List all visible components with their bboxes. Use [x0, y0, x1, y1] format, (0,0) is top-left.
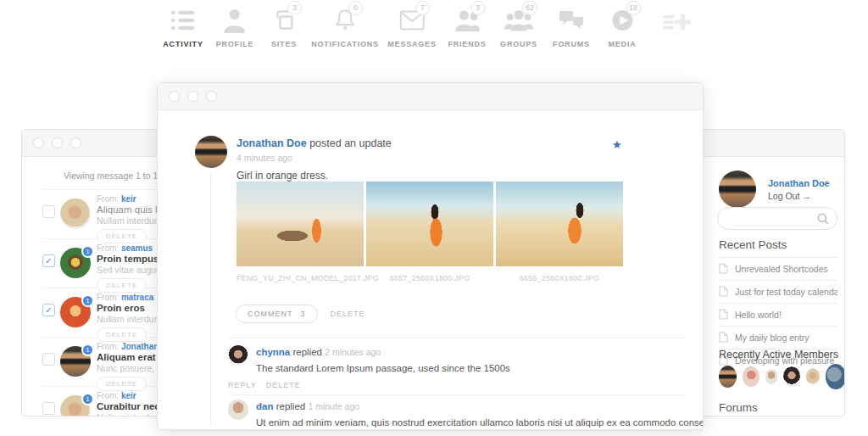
post-author-link[interactable]: Jonathan Doe [236, 137, 307, 149]
avatar[interactable]: 1 [60, 297, 91, 327]
nav-label: FORUMS [553, 40, 590, 48]
comment-author-link[interactable]: dan [256, 401, 273, 411]
attachment-photo[interactable] [366, 182, 493, 266]
nav-label: ACTIVITY [163, 40, 203, 48]
avatar[interactable]: 1 [60, 346, 91, 377]
media-badge: 18 [626, 1, 641, 15]
nav-item-add-new[interactable] [663, 8, 693, 36]
avatar[interactable]: 1 [60, 248, 91, 278]
post-timestamp: 4 minutes ago [236, 153, 292, 163]
profile-icon [224, 8, 246, 33]
nav-label: SITES [271, 40, 297, 48]
window-maximize-button[interactable] [206, 91, 217, 102]
comment-text: The standard Lorem Ipsum passage, used s… [256, 363, 510, 373]
message-checkbox[interactable] [42, 205, 55, 218]
avatar[interactable] [765, 369, 778, 384]
forums-icon [559, 8, 584, 32]
nav-item-messages[interactable]: 7 MESSAGES [387, 6, 436, 48]
reply-button[interactable]: REPLY [228, 381, 257, 389]
check-icon: ✓ [45, 256, 52, 266]
comment-delete-button[interactable]: DELETE [266, 381, 301, 389]
avatar[interactable] [743, 366, 759, 387]
divider [228, 394, 684, 395]
message-checkbox[interactable]: ✓ [42, 304, 55, 316]
comment-timestamp: 1 minute ago [308, 401, 359, 411]
favorite-star-icon[interactable]: ★ [612, 138, 622, 151]
from-label: From: [97, 391, 119, 400]
nav-item-sites[interactable]: 3 SITES [271, 6, 297, 48]
avatar[interactable] [719, 170, 756, 208]
nav-item-notifications[interactable]: 0 NOTIFICATIONS [311, 6, 379, 48]
comment-text: Ut enim ad minim veniam, quis nostrud ex… [256, 417, 704, 428]
from-label: From: [97, 342, 119, 351]
from-label: From: [97, 293, 119, 302]
avatar[interactable]: 1 [60, 395, 91, 416]
message-checkbox[interactable] [42, 402, 55, 415]
check-icon: ✓ [45, 305, 52, 315]
comment-action-text: replied [292, 347, 322, 357]
unread-count-badge: 1 [81, 294, 94, 307]
avatar[interactable] [228, 400, 248, 420]
groups-badge: 62 [522, 1, 537, 15]
notifications-badge: 0 [348, 1, 363, 15]
message-checkbox[interactable]: ✓ [42, 254, 55, 267]
nav-label: GROUPS [500, 40, 537, 48]
avatar[interactable] [806, 368, 820, 385]
divider [228, 338, 684, 338]
recent-post-link[interactable]: Unrevealed Shortcodes [719, 258, 837, 281]
friends-badge: 3 [470, 1, 485, 15]
sender-link[interactable]: matraca [121, 293, 153, 302]
post-delete-button[interactable]: DELETE [331, 310, 365, 318]
window-minimize-button[interactable] [52, 137, 63, 148]
sender-link[interactable]: seamus [121, 243, 153, 253]
message-checkbox[interactable] [42, 353, 55, 366]
unread-count-badge: 1 [81, 344, 94, 356]
avatar[interactable] [228, 345, 248, 366]
post-action-text: posted an update [309, 137, 392, 149]
page: { "nav": { "items": [ { "label": "ACTIVI… [0, 0, 868, 436]
nav-item-media[interactable]: 18 MEDIA [609, 6, 637, 48]
window-maximize-button[interactable] [70, 137, 81, 148]
unread-count-badge: 1 [81, 245, 94, 258]
nav-label: PROFILE [216, 40, 254, 48]
recent-post-link[interactable]: My daily blog entry [719, 327, 837, 349]
sidebar-user-link[interactable]: Jonathan Doe [768, 178, 830, 188]
recent-post-link[interactable]: Just for test today calendar day [719, 281, 837, 304]
forums-title: Forums [719, 401, 758, 414]
nav-item-friends[interactable]: 3 FRIENDS [448, 6, 486, 48]
attachment-photo[interactable] [496, 182, 623, 266]
unread-count-badge: 1 [81, 393, 94, 405]
nav-item-groups[interactable]: 62 GROUPS [500, 6, 537, 48]
search-icon[interactable] [817, 213, 829, 228]
activity-timeline-line [210, 173, 211, 426]
nav-item-profile[interactable]: PROFILE [216, 6, 254, 48]
window-close-button[interactable] [169, 91, 180, 102]
logout-link[interactable]: Log Out → [768, 191, 811, 201]
attachment-caption: FENG_YU_ZHI_CN_MODEL_2017.JPG [236, 274, 364, 282]
recent-post-link[interactable]: Hello world! [719, 304, 837, 327]
recent-posts-title: Recent Posts [719, 238, 787, 251]
nav-label: NOTIFICATIONS [311, 40, 379, 48]
window-minimize-button[interactable] [187, 91, 198, 102]
avatar[interactable] [719, 366, 737, 388]
document-icon [719, 286, 728, 299]
avatar[interactable] [783, 366, 799, 387]
nav-item-activity[interactable]: ACTIVITY [163, 6, 203, 48]
search-input[interactable] [728, 211, 813, 226]
avatar[interactable] [826, 364, 845, 389]
comment-count: 3 [301, 310, 306, 318]
sender-link[interactable]: keir [121, 194, 136, 204]
from-label: From: [97, 243, 119, 253]
post-attachments: FENG_YU_ZHI_CN_MODEL_2017.JPG 6657_2560X… [236, 182, 623, 282]
comment-button[interactable]: COMMENT 3 [236, 305, 318, 323]
document-icon [719, 309, 728, 321]
nav-item-forums[interactable]: FORUMS [553, 6, 590, 48]
sender-link[interactable]: keir [121, 391, 136, 400]
attachment-photo[interactable] [236, 182, 364, 266]
window-close-button[interactable] [33, 137, 44, 148]
search-box[interactable] [717, 207, 837, 230]
avatar[interactable] [195, 136, 227, 168]
activity-icon [170, 8, 197, 33]
avatar[interactable] [60, 198, 91, 229]
comment-author-link[interactable]: chynna [256, 347, 290, 357]
